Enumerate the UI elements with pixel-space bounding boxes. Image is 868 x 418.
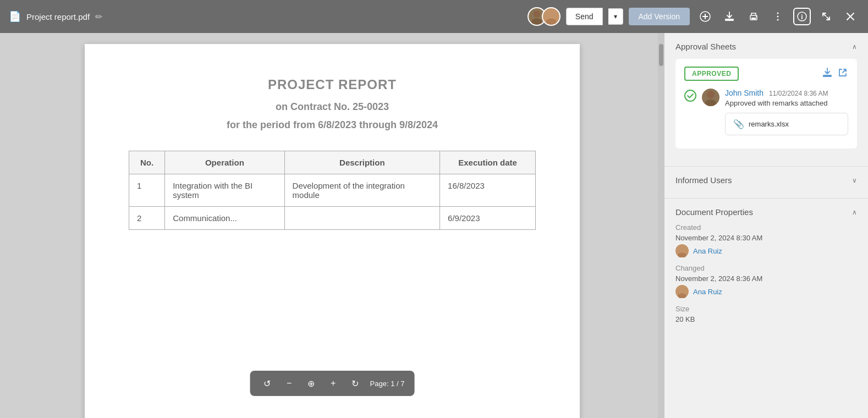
pdf-subtitle: on Contract No. 25-0023 — [129, 101, 536, 113]
svg-point-23 — [678, 294, 686, 299]
approval-sheets-header: Approval Sheets ∧ — [675, 42, 857, 51]
send-button[interactable]: Send — [566, 8, 603, 25]
table-header-no: No. — [129, 151, 165, 174]
svg-point-21 — [678, 253, 686, 258]
main-content: PROJECT REPORT on Contract No. 25-0023 f… — [0, 33, 868, 418]
file-name: Project report.pdf — [26, 12, 90, 21]
svg-point-2 — [548, 10, 554, 17]
redo-button[interactable]: ↻ — [348, 376, 362, 391]
approver-info: John Smith 11/02/2024 8:36 AM Approved w… — [725, 89, 848, 135]
document-properties-section: Document Properties ∧ Created November 2… — [664, 207, 868, 323]
size-value: 20 KB — [675, 315, 857, 323]
pdf-table: No. Operation Description Execution date… — [129, 151, 536, 230]
svg-point-10 — [777, 13, 779, 14]
changed-by-row: Ana Ruiz — [675, 285, 857, 298]
approver-row: John Smith 11/02/2024 8:36 AM Approved w… — [684, 89, 848, 135]
changed-date: November 2, 2024 8:36 AM — [675, 274, 857, 283]
zoom-out-button[interactable]: − — [282, 376, 296, 391]
svg-point-3 — [546, 19, 556, 25]
table-row: 1 Integration with the BI system Develop… — [129, 174, 536, 207]
table-cell-no: 2 — [129, 207, 165, 230]
file-icon: 📄 — [9, 10, 21, 23]
svg-point-11 — [777, 16, 779, 18]
edit-icon[interactable]: ✏ — [95, 12, 102, 22]
approval-card: APPROVED — [675, 59, 857, 148]
doc-props-title: Document Properties — [675, 207, 753, 217]
size-label: Size — [675, 305, 857, 313]
table-cell-operation: Integration with the BI system — [165, 174, 284, 207]
created-by-avatar — [675, 244, 689, 257]
table-header-execution-date: Execution date — [440, 151, 536, 174]
avatar-user2[interactable] — [542, 7, 561, 26]
created-label: Created — [675, 223, 857, 232]
informed-users-chevron[interactable]: ∨ — [852, 177, 857, 184]
table-cell-no: 1 — [129, 174, 165, 207]
toolbar: 📄 Project report.pdf ✏ Send ▾ Add Versio… — [0, 0, 868, 33]
attachment-icon: 📎 — [733, 119, 744, 129]
attachment-box[interactable]: 📎 remarks.xlsx — [725, 113, 848, 135]
toolbar-right: i — [696, 8, 859, 25]
section-divider-1 — [664, 166, 868, 167]
svg-point-22 — [679, 287, 685, 292]
informed-users-header: Informed Users ∨ — [675, 175, 857, 185]
close-button[interactable] — [842, 8, 859, 25]
zoom-plus-button[interactable]: + — [326, 376, 340, 391]
section-divider-2 — [664, 198, 868, 199]
created-date: November 2, 2024 8:30 AM — [675, 234, 857, 242]
toolbar-left: 📄 Project report.pdf ✏ — [9, 10, 521, 23]
avatar-group — [528, 7, 561, 26]
changed-by-avatar — [675, 285, 689, 298]
svg-rect-8 — [751, 18, 756, 19]
pdf-title: PROJECT REPORT — [129, 77, 536, 92]
approver-name[interactable]: John Smith — [725, 89, 763, 97]
right-panel: Approval Sheets ∧ APPROVED — [664, 33, 868, 418]
table-cell-operation: Communication... — [165, 207, 284, 230]
undo-button[interactable]: ↺ — [260, 376, 274, 391]
table-header-operation: Operation — [165, 151, 284, 174]
more-button[interactable] — [769, 8, 787, 25]
created-by-name[interactable]: Ana Ruiz — [693, 247, 722, 255]
print-button[interactable] — [745, 8, 762, 25]
changed-by-name[interactable]: Ana Ruiz — [693, 288, 722, 296]
table-cell-description: Development of the integration module — [284, 174, 440, 207]
attachment-name: remarks.xlsx — [749, 120, 789, 128]
svg-point-0 — [534, 10, 540, 17]
informed-users-section: Informed Users ∨ — [664, 175, 868, 194]
minimize-button[interactable] — [817, 8, 835, 25]
download-button[interactable] — [721, 8, 738, 25]
doc-props-chevron[interactable]: ∧ — [852, 208, 857, 216]
table-cell-date: 16/8/2023 — [440, 174, 536, 207]
scrollbar-track[interactable] — [658, 33, 664, 418]
badge-icons — [822, 67, 848, 81]
send-dropdown-button[interactable]: ▾ — [608, 8, 623, 25]
pdf-viewer[interactable]: PROJECT REPORT on Contract No. 25-0023 f… — [0, 33, 664, 418]
approval-sheets-section: Approval Sheets ∧ APPROVED — [664, 42, 868, 162]
zoom-in-circle-button[interactable]: ⊕ — [304, 376, 318, 391]
table-cell-description — [284, 207, 440, 230]
svg-point-20 — [679, 246, 685, 251]
approver-remark: Approved with remarks attached — [725, 99, 848, 107]
approval-sheets-chevron[interactable]: ∧ — [852, 43, 857, 51]
created-by-row: Ana Ruiz — [675, 244, 857, 257]
svg-point-9 — [756, 16, 757, 18]
external-badge-icon[interactable] — [837, 67, 848, 81]
table-row: 2 Communication... 6/9/2023 — [129, 207, 536, 230]
check-circle-icon — [684, 90, 696, 105]
approver-name-row: John Smith 11/02/2024 8:36 AM — [725, 89, 848, 97]
changed-label: Changed — [675, 264, 857, 272]
toolbar-center: Send ▾ Add Version — [528, 7, 690, 26]
pdf-page: PROJECT REPORT on Contract No. 25-0023 f… — [85, 44, 580, 418]
download-badge-icon[interactable] — [822, 67, 833, 81]
scrollbar-thumb[interactable] — [659, 44, 663, 66]
info-button[interactable]: i — [793, 8, 811, 25]
doc-props-header: Document Properties ∧ — [675, 207, 857, 217]
status-badge: APPROVED — [684, 67, 739, 81]
informed-users-title: Informed Users — [675, 175, 732, 185]
approval-sheets-title: Approval Sheets — [675, 42, 736, 51]
add-version-button[interactable]: Add Version — [629, 8, 690, 25]
add-button[interactable] — [696, 8, 714, 25]
approval-status-row: APPROVED — [684, 67, 848, 81]
pdf-period: for the period from 6/8/2023 through 9/8… — [129, 119, 536, 131]
svg-point-19 — [705, 100, 716, 106]
svg-point-1 — [531, 19, 542, 25]
